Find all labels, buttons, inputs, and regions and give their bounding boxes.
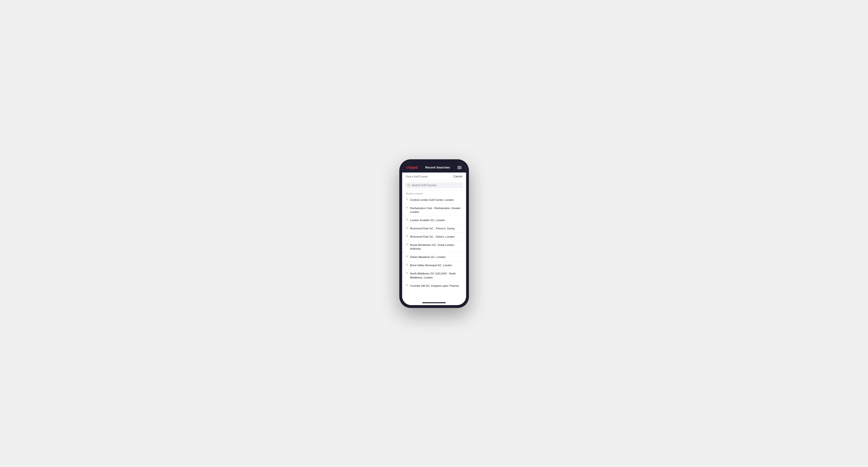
svg-point-4 (407, 219, 407, 220)
course-name: Richmond Park GC - Prince's, Surrey (410, 226, 455, 230)
svg-point-11 (407, 285, 407, 285)
pin-icon (406, 263, 408, 267)
home-indicator (402, 301, 466, 305)
list-item[interactable]: Central London Golf Centre, London (402, 196, 466, 204)
list-item[interactable]: Coombe Hill GC, Kingston upon Thames (402, 282, 466, 290)
pin-icon (406, 198, 408, 202)
page-title: Recent Searches (425, 166, 450, 169)
list-item[interactable]: Brent Valley Municipal GC, London (402, 261, 466, 270)
course-name: Central London Golf Centre, London (410, 198, 454, 202)
list-item[interactable]: North Middlesex GC (1011942 - North Midd… (402, 270, 466, 282)
svg-point-5 (407, 227, 407, 228)
pin-icon (406, 219, 408, 222)
course-name: Dukes Meadows GC, London (410, 255, 445, 259)
phone-frame: clippd Recent Searches Find a Golf Cours… (399, 159, 469, 308)
search-input-wrapper (405, 182, 463, 188)
svg-point-7 (407, 244, 407, 245)
hamburger-menu-icon[interactable] (457, 166, 462, 169)
pin-icon (406, 255, 408, 259)
pin-icon (406, 235, 408, 239)
list-item[interactable]: Richmond Park GC - Prince's, Surrey (402, 224, 466, 233)
phone-screen: clippd Recent Searches Find a Golf Cours… (402, 162, 466, 305)
search-input[interactable] (411, 184, 461, 187)
pin-icon (406, 207, 408, 210)
pin-icon (406, 284, 408, 288)
search-icon (407, 184, 410, 187)
search-container (402, 180, 466, 190)
course-list: Central London Golf Centre, London Roeha… (402, 196, 466, 290)
svg-point-8 (407, 256, 407, 256)
svg-point-2 (407, 199, 407, 199)
course-name: Richmond Park GC - Duke's, London (410, 235, 455, 239)
course-name: North Middlesex GC (1011942 - North Midd… (410, 272, 462, 279)
nearby-courses-label: Nearby courses (402, 190, 466, 196)
svg-point-9 (407, 264, 407, 265)
course-name: London Scottish GC, London (410, 218, 445, 222)
home-bar (422, 302, 446, 303)
pin-icon (406, 227, 408, 230)
course-name: Roehampton Club - Roehampton, Greater Lo… (410, 206, 462, 214)
course-name: Royal Wimbledon GC, Great London Authori… (410, 243, 462, 251)
pin-icon (406, 272, 408, 275)
svg-line-1 (409, 186, 410, 186)
find-label: Find a Golf Course (406, 175, 428, 178)
course-name: Coombe Hill GC, Kingston upon Thames (410, 284, 459, 288)
app-header: clippd Recent Searches (402, 162, 466, 173)
list-item[interactable]: Richmond Park GC - Duke's, London (402, 233, 466, 241)
find-bar: Find a Golf Course Cancel (402, 173, 466, 180)
svg-point-10 (407, 273, 407, 273)
pin-icon (406, 243, 408, 247)
course-name: Brent Valley Municipal GC, London (410, 263, 452, 267)
app-logo: clippd (406, 165, 418, 170)
cancel-button[interactable]: Cancel (453, 175, 462, 178)
list-item[interactable]: London Scottish GC, London (402, 216, 466, 224)
list-item[interactable]: Dukes Meadows GC, London (402, 253, 466, 261)
list-item[interactable]: Royal Wimbledon GC, Great London Authori… (402, 241, 466, 253)
main-content: Find a Golf Course Cancel Nearby courses (402, 173, 466, 301)
list-item[interactable]: Roehampton Club - Roehampton, Greater Lo… (402, 204, 466, 216)
svg-point-3 (407, 207, 407, 208)
svg-point-6 (407, 236, 407, 236)
